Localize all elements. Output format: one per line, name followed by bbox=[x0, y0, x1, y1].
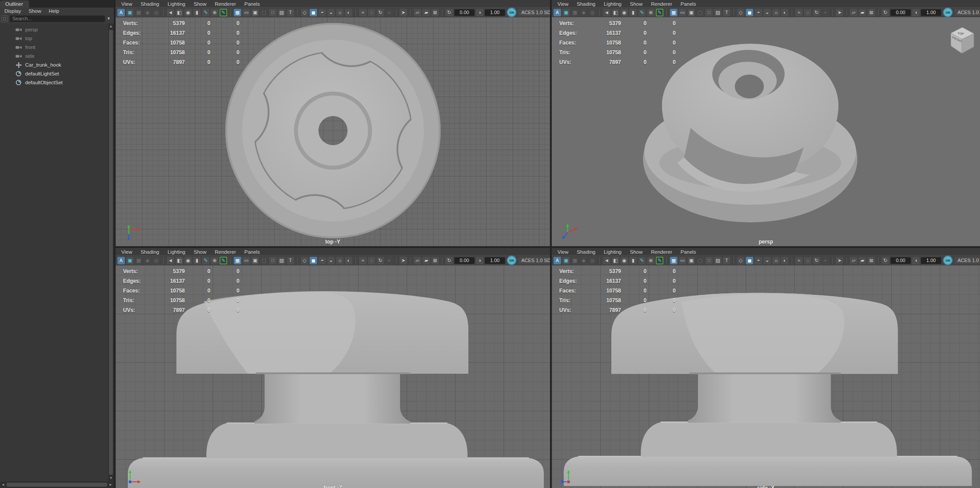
resolution-gate-icon[interactable]: ▣ bbox=[251, 257, 259, 264]
aa-samples-icon[interactable]: ▪ bbox=[822, 257, 829, 264]
gamma-icon[interactable]: ◑ bbox=[912, 9, 920, 16]
grease-pencil-icon[interactable]: ✎ bbox=[220, 257, 227, 264]
wireframe-mode-icon[interactable]: ◇ bbox=[301, 257, 308, 264]
wireframe-mode-icon[interactable]: ◇ bbox=[737, 9, 744, 16]
view-transform-label[interactable]: ACES 1.0 SDR-vide bbox=[954, 9, 980, 16]
selection-highlight-icon[interactable]: A bbox=[117, 257, 125, 264]
component-select-icon[interactable]: ▣ bbox=[562, 257, 570, 264]
adjust-gate-icon[interactable]: ⊠ bbox=[868, 9, 875, 16]
menu-renderer[interactable]: Renderer bbox=[651, 1, 672, 7]
safe-action-icon[interactable]: ▨ bbox=[278, 9, 285, 16]
camera-attributes-icon[interactable]: ◉ bbox=[184, 9, 192, 16]
outliner-item-defaultLightSet[interactable]: defaultLightSet bbox=[0, 69, 108, 78]
lighting-toggle-icon[interactable]: ☼ bbox=[772, 9, 780, 16]
snap-grid-icon[interactable]: ▦ bbox=[135, 9, 142, 16]
safe-action-icon[interactable]: ▨ bbox=[714, 9, 722, 16]
wireframe-mode-icon[interactable]: ◇ bbox=[737, 257, 744, 264]
gamma-icon[interactable]: ◑ bbox=[476, 257, 483, 264]
motion-blur-icon[interactable]: ◌ bbox=[368, 257, 375, 264]
film-gate-icon[interactable]: ▭ bbox=[679, 257, 686, 264]
viewport-canvas-persp[interactable]: Verts:537900Edges:1613700Faces:1075800Tr… bbox=[552, 17, 980, 246]
textured-mode-icon[interactable]: ◓ bbox=[318, 257, 326, 264]
xray-icon[interactable]: ▱ bbox=[850, 9, 857, 16]
safe-title-icon[interactable]: T bbox=[723, 9, 730, 16]
textured-mode-icon[interactable]: ◓ bbox=[755, 257, 762, 264]
field-chart-icon[interactable]: ∷ bbox=[705, 257, 713, 264]
gate-mask-icon[interactable]: ▢ bbox=[696, 257, 704, 264]
grid-toggle-icon[interactable]: ▦ bbox=[670, 9, 677, 16]
gate-mask-icon[interactable]: ▢ bbox=[260, 9, 268, 16]
isolate-select-icon[interactable]: ➤ bbox=[836, 9, 843, 16]
motion-blur-icon[interactable]: ◌ bbox=[368, 9, 375, 16]
menu-renderer[interactable]: Renderer bbox=[215, 1, 236, 7]
grease-pencil-icon[interactable]: ✎ bbox=[220, 9, 227, 16]
anti-alias-loop-icon[interactable]: ↻ bbox=[377, 9, 384, 16]
menu-display[interactable]: Display bbox=[4, 8, 21, 14]
shadows-toggle-icon[interactable]: ◐ bbox=[781, 9, 789, 16]
viewport-canvas-front[interactable]: Verts:537900Edges:1613700Faces:1075800Tr… bbox=[116, 265, 550, 488]
outliner-filter-icon[interactable] bbox=[1, 15, 8, 22]
textured-mode-icon[interactable]: ◓ bbox=[318, 9, 326, 16]
component-select-icon[interactable]: ▣ bbox=[126, 9, 134, 16]
snap-point-icon[interactable]: ◎ bbox=[589, 9, 596, 16]
xray-joints-icon[interactable]: ▰ bbox=[859, 257, 866, 264]
film-gate-icon[interactable]: ▭ bbox=[679, 9, 686, 16]
menu-lighting[interactable]: Lighting bbox=[604, 1, 621, 7]
outliner-item-top[interactable]: top bbox=[0, 34, 108, 43]
outliner-horizontal-scrollbar[interactable]: ◄ ► bbox=[0, 481, 114, 488]
menu-view[interactable]: View bbox=[557, 249, 569, 255]
outliner-vertical-scrollbar[interactable]: ▲ ▼ bbox=[108, 23, 114, 481]
color-management-toggle[interactable]: ON bbox=[944, 8, 952, 16]
wireframe-mode-icon[interactable]: ◇ bbox=[301, 9, 308, 16]
color-management-toggle[interactable]: ON bbox=[508, 256, 516, 264]
menu-show[interactable]: Show bbox=[29, 8, 41, 14]
menu-show[interactable]: Show bbox=[630, 1, 643, 7]
menu-help[interactable]: Help bbox=[49, 8, 60, 14]
menu-panels[interactable]: Panels bbox=[681, 249, 696, 255]
outliner-item-front[interactable]: front bbox=[0, 43, 108, 52]
gamma-icon[interactable]: ◑ bbox=[476, 9, 483, 16]
camera-icon[interactable]: ◄ bbox=[167, 9, 174, 16]
outliner-item-persp[interactable]: persp bbox=[0, 25, 108, 34]
gamma-field[interactable] bbox=[921, 9, 941, 16]
menu-panels[interactable]: Panels bbox=[681, 1, 696, 7]
menu-renderer[interactable]: Renderer bbox=[651, 249, 672, 255]
scroll-right-icon[interactable]: ► bbox=[108, 482, 113, 488]
camera-attributes-icon[interactable]: ◉ bbox=[621, 9, 628, 16]
snap-grid-icon[interactable]: ▦ bbox=[571, 257, 579, 264]
safe-action-icon[interactable]: ▨ bbox=[714, 257, 722, 264]
isolate-select-icon[interactable]: ➤ bbox=[836, 257, 843, 264]
exposure-field[interactable] bbox=[454, 257, 475, 264]
outliner-tab[interactable]: Outliner bbox=[0, 0, 29, 8]
view-cube[interactable]: TOP FRONT bbox=[947, 23, 976, 57]
shadows-toggle-icon[interactable]: ◐ bbox=[345, 257, 352, 264]
shadows-toggle-icon[interactable]: ◐ bbox=[345, 9, 352, 16]
scroll-down-icon[interactable]: ▼ bbox=[108, 476, 114, 481]
color-management-toggle[interactable]: ON bbox=[508, 8, 516, 16]
film-gate-icon[interactable]: ▭ bbox=[243, 257, 250, 264]
default-material-icon[interactable]: ◒ bbox=[327, 9, 335, 16]
chevron-down-icon[interactable]: ▼ bbox=[107, 16, 112, 21]
menu-view[interactable]: View bbox=[557, 1, 569, 7]
pan-zoom-icon[interactable]: ⊕ bbox=[647, 257, 655, 264]
menu-show[interactable]: Show bbox=[630, 249, 643, 255]
film-gate-icon[interactable]: ▭ bbox=[243, 9, 250, 16]
xray-icon[interactable]: ▱ bbox=[414, 9, 421, 16]
snap-point-icon[interactable]: ◎ bbox=[153, 9, 160, 16]
grid-toggle-icon[interactable]: ▦ bbox=[234, 9, 241, 16]
camera-lock-icon[interactable]: ◧ bbox=[612, 257, 619, 264]
lighting-toggle-icon[interactable]: ☼ bbox=[772, 257, 780, 264]
gamma-field[interactable] bbox=[485, 257, 505, 264]
anti-alias-loop-icon[interactable]: ↻ bbox=[813, 9, 820, 16]
safe-title-icon[interactable]: T bbox=[287, 257, 294, 264]
anti-alias-loop-icon[interactable]: ↻ bbox=[813, 257, 820, 264]
safe-title-icon[interactable]: T bbox=[287, 9, 294, 16]
camera-lock-icon[interactable]: ◧ bbox=[176, 257, 183, 264]
scrollbar-thumb[interactable] bbox=[109, 30, 113, 475]
bookmark-icon[interactable]: ▮ bbox=[193, 9, 201, 16]
gate-mask-icon[interactable]: ▢ bbox=[696, 9, 704, 16]
outliner-item-defaultObjectSet[interactable]: defaultObjectSet bbox=[0, 78, 108, 87]
menu-lighting[interactable]: Lighting bbox=[604, 249, 621, 255]
pan-zoom-icon[interactable]: ⊕ bbox=[211, 9, 218, 16]
camera-icon[interactable]: ◄ bbox=[603, 257, 610, 264]
